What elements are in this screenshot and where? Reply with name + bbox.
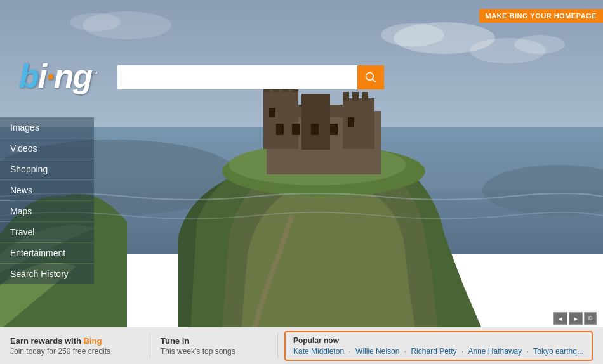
tune-title: Tune in — [161, 336, 267, 346]
search-input[interactable] — [117, 65, 357, 89]
svg-rect-27 — [330, 124, 338, 135]
svg-rect-29 — [269, 108, 275, 117]
sidebar-item-news[interactable]: News — [0, 180, 94, 200]
svg-rect-22 — [352, 92, 359, 101]
svg-point-4 — [514, 35, 565, 54]
bing-logo: bi·ng™ — [19, 58, 96, 94]
next-background-button[interactable]: ► — [569, 312, 583, 325]
footer: Earn rewards with Bing Join today for 25… — [0, 327, 603, 364]
footer-rewards-section: Earn rewards with Bing Join today for 25… — [10, 336, 150, 356]
svg-rect-26 — [311, 124, 319, 135]
sidebar-item-travel[interactable]: Travel — [0, 222, 94, 242]
sidebar-item-maps[interactable]: Maps — [0, 201, 94, 221]
svg-rect-23 — [362, 92, 368, 101]
svg-rect-28 — [348, 117, 354, 127]
prev-background-button[interactable]: ◄ — [553, 312, 567, 325]
popular-item-4[interactable]: Tokyo earthq... — [533, 347, 583, 356]
bing-logo-area: bi·ng™ — [19, 57, 96, 95]
popular-items-list: Kate Middleton · Willie Nelson · Richard… — [293, 347, 584, 356]
svg-point-6 — [70, 13, 121, 31]
popular-item-1[interactable]: Willie Nelson — [355, 347, 399, 356]
svg-rect-25 — [292, 124, 300, 135]
svg-rect-14 — [263, 89, 298, 149]
search-button[interactable] — [357, 65, 384, 89]
sidebar-item-shopping[interactable]: Shopping — [0, 159, 94, 179]
popular-now-section: Popular now Kate Middleton · Willie Nels… — [284, 331, 593, 361]
make-homepage-button[interactable]: MAKE BING YOUR HOMEPAGE — [479, 9, 604, 23]
rewards-title: Earn rewards with Bing — [10, 336, 150, 346]
popular-item-3[interactable]: Anne Hathaway — [468, 347, 522, 356]
sidebar-item-search-history[interactable]: Search History — [0, 264, 94, 284]
sidebar-item-videos[interactable]: Videos — [0, 138, 94, 159]
sidebar-item-entertainment[interactable]: Entertainment — [0, 243, 94, 263]
sidebar-item-images[interactable]: Images — [0, 117, 94, 138]
search-bar-container — [117, 65, 384, 89]
left-navigation: Images Videos Shopping News Maps Travel … — [0, 117, 94, 285]
bing-brand-text: Bing — [84, 336, 102, 346]
copyright-symbol: © — [584, 312, 597, 325]
navigation-arrows: ◄ ► © — [553, 312, 597, 325]
popular-item-0[interactable]: Kate Middleton — [293, 347, 344, 356]
rewards-subtitle: Join today for 250 free credits — [10, 347, 150, 356]
popular-item-2[interactable]: Richard Petty — [411, 347, 456, 356]
svg-rect-16 — [302, 94, 330, 150]
popular-now-title: Popular now — [293, 336, 584, 345]
svg-point-2 — [381, 23, 444, 46]
svg-rect-24 — [276, 124, 284, 135]
search-icon — [364, 71, 377, 84]
svg-rect-15 — [343, 98, 374, 149]
tune-subtitle: This week's top songs — [161, 347, 267, 356]
footer-divider-2 — [277, 333, 278, 358]
svg-rect-21 — [343, 92, 349, 101]
footer-tune-section: Tune in This week's top songs — [150, 336, 277, 356]
